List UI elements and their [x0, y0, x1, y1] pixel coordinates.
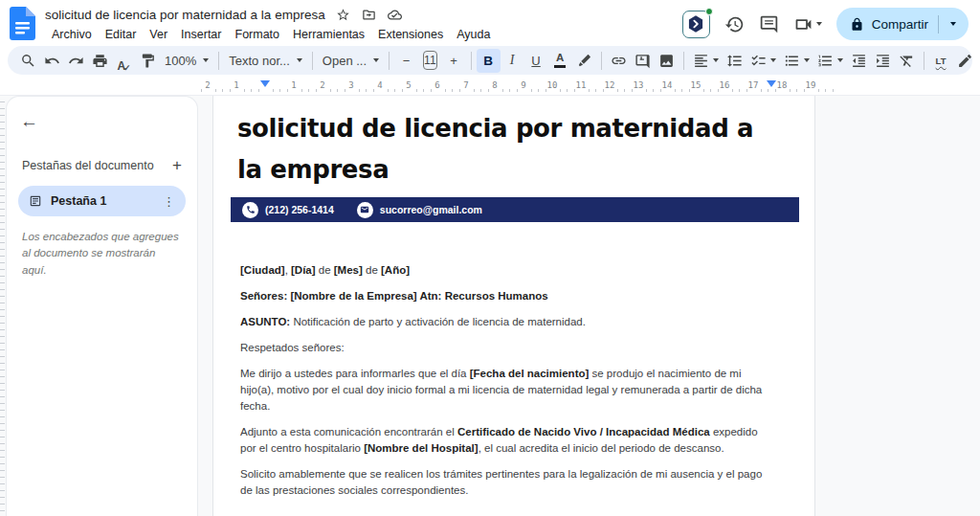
doc-paragraph[interactable]: Adjunto a esta comunicación encontrarán …: [240, 424, 772, 457]
move-folder-icon[interactable]: [362, 8, 377, 23]
chevron-down-icon[interactable]: [804, 58, 810, 62]
ruler-tick: [646, 89, 647, 92]
text-color-button[interactable]: A: [548, 49, 572, 73]
ruler-tick: [445, 89, 446, 92]
document-title[interactable]: solicitud de licencia por maternidad a l…: [45, 8, 325, 22]
align-button[interactable]: [689, 49, 713, 73]
font-select[interactable]: Open ...: [318, 54, 384, 68]
doc-paragraph[interactable]: Solicito amablemente que se realicen los…: [240, 466, 772, 499]
document-page[interactable]: solicitud de licencia por maternidad a l…: [212, 96, 815, 516]
menu-editar[interactable]: Editar: [99, 26, 144, 43]
contact-bar[interactable]: (212) 256-1414 sucorreo@gmail.com: [231, 197, 799, 222]
doc-paragraph[interactable]: Respetados señores:: [240, 340, 772, 356]
chevron-down-icon[interactable]: [770, 58, 776, 62]
chevron-down-icon[interactable]: [837, 58, 843, 62]
doc-paragraph[interactable]: Me dirijo a ustedes para informarles que…: [240, 366, 772, 415]
tab-document-icon: [29, 194, 42, 208]
chevron-down-icon[interactable]: [713, 58, 719, 62]
topbar-right: Compartir: [682, 5, 969, 40]
doc-heading-line-2: la empresa: [237, 149, 795, 191]
sidebar-tab-pestana-1[interactable]: Pestaña 1 ⋮: [18, 186, 186, 216]
ruler-tick: [517, 89, 518, 92]
menu-ver[interactable]: Ver: [143, 26, 174, 43]
insert-image-button[interactable]: [655, 49, 679, 73]
doc-paragraph[interactable]: ASUNTO: Notificación de parto y activaci…: [240, 314, 772, 330]
ruler-tick: [746, 89, 747, 92]
text-color-bar: [554, 65, 566, 68]
menu-archivo[interactable]: Archivo: [45, 26, 99, 43]
print-button[interactable]: [88, 49, 112, 73]
indent-marker[interactable]: [767, 80, 776, 87]
increase-indent-button[interactable]: [871, 49, 895, 73]
paragraph-style-select[interactable]: Texto nor...: [224, 54, 307, 68]
ruler-number: 2: [205, 80, 210, 90]
add-comment-button[interactable]: [631, 49, 655, 73]
ruler-tick: [279, 89, 280, 92]
decrease-indent-button[interactable]: [847, 49, 871, 73]
insert-link-button[interactable]: [607, 49, 631, 73]
menu-insertar[interactable]: Insertar: [174, 26, 228, 43]
share-dropdown-icon[interactable]: [950, 22, 956, 26]
back-arrow-icon[interactable]: ←: [20, 109, 45, 134]
docs-logo-icon[interactable]: [10, 7, 35, 40]
menu-formato[interactable]: Formato: [229, 26, 287, 43]
paint-format-button[interactable]: [136, 49, 160, 73]
ruler-tick: [560, 89, 561, 92]
clear-formatting-button[interactable]: [895, 49, 919, 73]
version-history-icon[interactable]: [724, 14, 745, 34]
bulleted-list-button[interactable]: [780, 49, 804, 73]
share-button[interactable]: Compartir: [836, 8, 969, 40]
meet-call-control[interactable]: [793, 14, 822, 34]
redo-button[interactable]: [64, 49, 88, 73]
decrease-font-size-button[interactable]: −: [394, 49, 418, 73]
menu-ayuda[interactable]: Ayuda: [450, 26, 497, 43]
ruler-tick: [574, 89, 575, 92]
doc-paragraphs[interactable]: [Ciudad], [Día] de [Mes] de [Año]Señores…: [240, 262, 772, 499]
search-icon[interactable]: [16, 49, 40, 73]
bold-button[interactable]: B: [477, 49, 501, 73]
ruler-number: 7: [463, 80, 468, 90]
cloud-saved-icon[interactable]: [388, 8, 403, 23]
indent-marker[interactable]: [260, 80, 270, 87]
chevron-down-icon[interactable]: [816, 22, 822, 26]
menubar: Archivo Editar Ver Insertar Formato Herr…: [45, 26, 682, 43]
ruler-number: 18: [777, 80, 788, 90]
increase-font-size-button[interactable]: +: [442, 49, 466, 73]
ruler-number: 17: [748, 80, 759, 90]
zoom-select[interactable]: 100%: [160, 54, 213, 68]
ruler-tick: [761, 89, 762, 92]
add-tab-icon[interactable]: +: [172, 157, 182, 173]
doc-heading[interactable]: solicitud de licencia por maternidad a l…: [213, 96, 814, 191]
doc-paragraph[interactable]: [Ciudad], [Día] de [Mes] de [Año]: [240, 262, 772, 279]
spellcheck-button[interactable]: A✓: [112, 49, 136, 73]
ruler-tick: [366, 89, 367, 92]
italic-button[interactable]: I: [501, 49, 524, 73]
editing-mode-pencil-icon[interactable]: [953, 49, 977, 73]
menu-extensiones[interactable]: Extensiones: [371, 26, 450, 43]
ruler-number: 19: [806, 80, 816, 90]
divider: [218, 52, 219, 70]
toolbar: A✓ 100% Texto nor... Open ... − 11 + B I: [8, 46, 972, 75]
comments-icon[interactable]: [759, 14, 779, 34]
ruler-tick: [617, 89, 618, 92]
gemini-icon[interactable]: [682, 11, 710, 38]
ruler-tick: [739, 89, 740, 92]
undo-button[interactable]: [40, 49, 64, 73]
tab-kebab-menu-icon[interactable]: ⋮: [163, 194, 175, 209]
checklist-button[interactable]: [746, 49, 770, 73]
ruler-tick: [459, 89, 460, 92]
star-icon[interactable]: [336, 8, 351, 23]
highlight-color-button[interactable]: [572, 49, 596, 73]
menu-herramientas[interactable]: Herramientas: [286, 26, 371, 43]
horizontal-ruler[interactable]: 2112345678910111213141516171819: [0, 79, 980, 96]
input-tools-button[interactable]: LT: [929, 49, 953, 73]
videocam-icon[interactable]: [793, 14, 813, 34]
ruler-tick: [603, 89, 604, 92]
vertical-ruler: [0, 96, 5, 516]
font-size-input[interactable]: 11: [423, 51, 436, 70]
doc-paragraph[interactable]: Señores: [Nombre de la Empresa] Atn: Rec…: [240, 288, 772, 304]
numbered-list-button[interactable]: [813, 49, 837, 73]
line-spacing-button[interactable]: [723, 49, 746, 73]
ruler-number: 6: [434, 80, 439, 90]
underline-button[interactable]: U: [524, 49, 548, 73]
